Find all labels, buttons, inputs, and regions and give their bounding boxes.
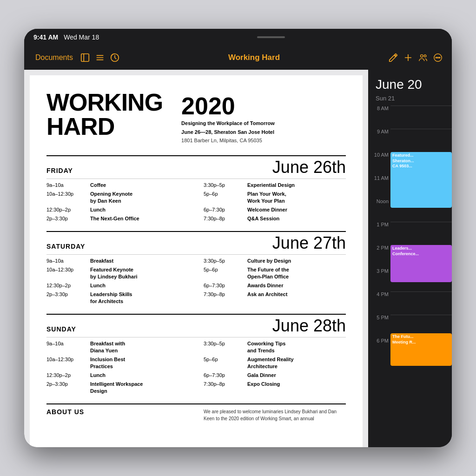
schedule-time: 10a–12:30p — [46, 191, 88, 197]
more-icon — [433, 53, 443, 63]
schedule-event: Leadership Skills for Architects — [90, 291, 189, 305]
time-label: 3 PM — [368, 268, 389, 274]
event-block: 2020 Designing the Workplace of Tomorrow… — [181, 90, 346, 144]
schedule-time: 10a–12:30p — [46, 356, 88, 362]
status-bar: 9:41 AM Wed Mar 18 — [24, 29, 452, 46]
time-label: 11 AM — [368, 175, 389, 181]
schedule-event: Welcome Dinner — [247, 206, 346, 213]
event-subtitle: Designing the Workplace of Tomorrow — [181, 120, 346, 127]
svg-point-8 — [421, 55, 423, 58]
schedule-time: 10a–12:30p — [46, 266, 88, 272]
documents-button[interactable]: Documents — [32, 51, 77, 65]
schedule-time: 9a–10a — [46, 258, 88, 264]
title-line2: HARD — [46, 113, 114, 140]
day-name: FRIDAY — [46, 167, 139, 174]
day-header: FRIDAYJune 26th — [46, 155, 346, 176]
day-header: SATURDAYJune 27th — [46, 231, 346, 251]
day-section: SATURDAYJune 27th9a–10aBreakfast10a–12:3… — [46, 231, 346, 304]
status-time: 9:41 AM — [33, 33, 58, 41]
schedule-item: 12:30p–2pLunch — [46, 282, 189, 289]
schedule-grid: 9a–10aBreakfast10a–12:30pFeatured Keynot… — [46, 254, 346, 304]
schedule-item: 7:30p–8pAsk an Architect — [204, 291, 346, 298]
schedule-item: 5p–6pAugmented Reality Architecture — [204, 356, 346, 370]
day-date: June 28th — [139, 317, 346, 334]
schedule-item: 12:30p–2pLunch — [46, 372, 189, 379]
time-label: 2 PM — [368, 245, 389, 251]
sidebar-toggle-button[interactable] — [79, 51, 92, 64]
schedule-event: Ask an Architect — [247, 291, 346, 298]
schedule-item: 10a–12:30pOpening Keynote by Dan Keen — [46, 191, 189, 205]
schedule-left-col: 9a–10aBreakfast with Diana Yuen10a–12:30… — [46, 340, 189, 394]
share-button[interactable] — [416, 51, 430, 64]
main-title: WORKING HARD — [46, 90, 163, 139]
markup-button[interactable] — [387, 51, 400, 64]
schedule-event: Lunch — [90, 206, 189, 213]
schedule-left-col: 9a–10aBreakfast10a–12:30pFeatured Keynot… — [46, 258, 189, 304]
schedule-time: 12:30p–2p — [46, 206, 88, 212]
time-label: 1 PM — [368, 222, 389, 227]
day-header: SUNDAYJune 28th — [46, 314, 346, 334]
schedule-item: 10a–12:30pFeatured Keynote by Lindsey Bu… — [46, 266, 189, 280]
list-toggle-button[interactable] — [93, 51, 106, 64]
day-section: FRIDAYJune 26th9a–10aCoffee10a–12:30pOpe… — [46, 155, 346, 222]
schedule-event: Opening Keynote by Dan Keen — [90, 191, 189, 205]
calendar-event[interactable]: The Futu... Meeting R... — [390, 333, 452, 366]
schedule-right-col: 3:30p–5pCulture by Design5p–6pThe Future… — [204, 258, 346, 304]
schedule-time: 2p–3:30p — [46, 215, 88, 221]
schedule-time: 5p–6p — [204, 266, 245, 272]
history-icon — [110, 53, 120, 63]
schedule-event: Q&A Session — [247, 215, 346, 222]
schedule-item: 6p–7:30pGala Dinner — [204, 372, 346, 379]
schedule-time: 3:30p–5p — [204, 258, 245, 264]
schedule-right-col: 3:30p–5pExperiential Design5p–6pPlan You… — [204, 182, 346, 222]
schedule-item: 5p–6pPlan Your Work, Work Your Plan — [204, 191, 346, 205]
event-dates: June 26—28, Sheraton San Jose Hotel — [181, 129, 346, 136]
schedule-item: 7:30p–8pExpo Closing — [204, 381, 346, 388]
calendar-month: June 20 — [376, 77, 444, 92]
calendar-event[interactable]: Featured... Sheraton... CA 9503... — [390, 152, 452, 208]
schedule-item: 9a–10aBreakfast — [46, 258, 189, 264]
schedule-item: 6p–7:30pAwards Dinner — [204, 282, 346, 289]
schedule-item: 9a–10aCoffee — [46, 182, 189, 189]
add-button[interactable] — [402, 51, 415, 64]
time-label: 10 AM — [368, 152, 389, 158]
schedule-event: Inclusion Best Practices — [90, 356, 189, 370]
page-document[interactable]: WORKING HARD 2020 Designing the Workplac… — [30, 75, 363, 447]
time-label: 5 PM — [368, 315, 389, 320]
schedule-item: 2p–3:30pLeadership Skills for Architects — [46, 291, 189, 305]
document-header: WORKING HARD 2020 Designing the Workplac… — [46, 90, 346, 144]
history-button[interactable] — [108, 51, 121, 64]
calendar-header: June 20 Sun 21 — [368, 70, 452, 106]
pages-area: WORKING HARD 2020 Designing the Workplac… — [24, 70, 368, 447]
pen-icon — [388, 53, 398, 63]
about-section: ABOUT US We are pleased to welcome lumin… — [46, 403, 346, 422]
schedule-event: The Next-Gen Office — [90, 215, 189, 222]
content-area: WORKING HARD 2020 Designing the Workplac… — [24, 70, 452, 447]
calendar-sidebar: June 20 Sun 21 8 AM9 AM10 AM11 AMNoon1 P… — [368, 70, 452, 447]
about-text: We are pleased to welcome luminaries Lin… — [204, 408, 346, 422]
schedule-time: 5p–6p — [204, 191, 245, 197]
schedule-item: 5p–6pThe Future of the Open-Plan Office — [204, 266, 346, 280]
schedule-time: 7:30p–8p — [204, 291, 245, 297]
calendar-day-label: Sun 21 — [376, 95, 444, 102]
svg-point-11 — [436, 57, 436, 58]
more-options-button[interactable] — [431, 51, 444, 64]
schedule-event: Breakfast — [90, 258, 189, 264]
calendar-events: Featured... Sheraton... CA 9503...Leader… — [389, 106, 452, 447]
schedule-event: Breakfast with Diana Yuen — [90, 340, 189, 354]
schedule-container: FRIDAYJune 26th9a–10aCoffee10a–12:30pOpe… — [46, 155, 346, 394]
calendar-timeline: 8 AM9 AM10 AM11 AMNoon1 PM2 PM3 PM4 PM5 … — [368, 106, 452, 447]
schedule-item: 3:30p–5pExperiential Design — [204, 182, 346, 189]
event-address: 1801 Barber Ln, Milpitas, CA 95035 — [181, 137, 346, 144]
schedule-event: Gala Dinner — [247, 372, 346, 379]
calendar-event[interactable]: Leaders... Conference... — [390, 245, 452, 282]
schedule-time: 9a–10a — [46, 182, 88, 188]
schedule-item: 10a–12:30pInclusion Best Practices — [46, 356, 189, 370]
schedule-item: 3:30p–5pCoworking Tips and Trends — [204, 340, 346, 354]
schedule-time: 2p–3:30p — [46, 291, 88, 297]
schedule-item: 6p–7:30pWelcome Dinner — [204, 206, 346, 213]
schedule-event: Coworking Tips and Trends — [247, 340, 346, 354]
schedule-item: 9a–10aBreakfast with Diana Yuen — [46, 340, 189, 354]
schedule-time: 2p–3:30p — [46, 381, 88, 387]
schedule-item: 2p–3:30pThe Next-Gen Office — [46, 215, 189, 222]
